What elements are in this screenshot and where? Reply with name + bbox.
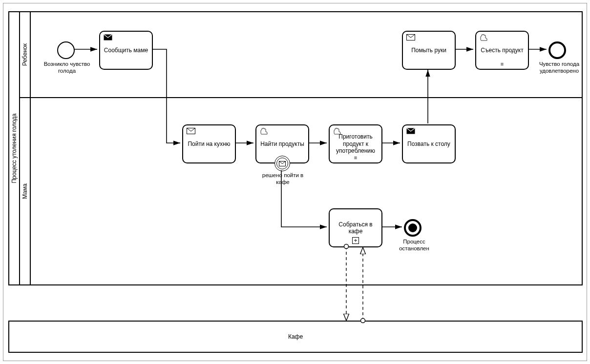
task-wash-hands[interactable]: Помыть руки bbox=[402, 31, 456, 70]
lane-child: Ребенок Возникло чувство голода Сообщить… bbox=[20, 12, 582, 98]
task-eat-product-label: Съесть продукт bbox=[481, 47, 523, 54]
end-event[interactable] bbox=[548, 41, 566, 59]
start-event[interactable] bbox=[57, 41, 75, 59]
start-event-label: Возникло чувство голода bbox=[43, 61, 90, 75]
lane-mom: Мама Пойти на кухню Найти продукты bbox=[20, 98, 582, 284]
task-go-kitchen-label: Пойти на кухню bbox=[188, 141, 230, 147]
task-wash-hands-label: Помыть руки bbox=[411, 47, 446, 54]
terminate-end-event[interactable] bbox=[404, 219, 421, 237]
hand-icon bbox=[480, 34, 488, 41]
task-eat-product[interactable]: Съесть продукт ≡ bbox=[475, 31, 529, 70]
task-tell-mom[interactable]: Сообщить маме bbox=[99, 31, 153, 70]
boundary-message-event[interactable] bbox=[274, 156, 290, 171]
task-prepare-product-label: Приготовить продукт к употреблению bbox=[333, 133, 379, 154]
end-event-label: Чувство голода удовлетворено bbox=[534, 61, 585, 75]
lane-mom-label: Мама bbox=[21, 183, 28, 199]
lane-child-label: Ребенок bbox=[21, 43, 28, 66]
task-gather-cafe[interactable]: Собраться в кафе + bbox=[329, 208, 382, 247]
envelope-open-icon bbox=[406, 34, 415, 41]
envelope-filled-icon bbox=[406, 128, 415, 135]
subprocess-plus-icon: + bbox=[352, 237, 359, 244]
parallel-marker-icon: ≡ bbox=[354, 155, 357, 161]
task-find-products-label: Найти продукты bbox=[260, 141, 304, 147]
lane-child-header: Ребенок bbox=[20, 12, 31, 97]
pool-main: Процесс утоления голода Ребенок Возникло… bbox=[8, 11, 583, 285]
boundary-event-label: решено пойти в кафе bbox=[256, 172, 309, 186]
task-go-kitchen[interactable]: Пойти на кухню bbox=[182, 124, 236, 163]
envelope-filled-icon bbox=[104, 34, 112, 41]
diagram-canvas: Процесс утоления голода Ребенок Возникло… bbox=[3, 3, 587, 361]
pool-cafe-label: Кафе bbox=[288, 333, 303, 340]
parallel-marker-icon: ≡ bbox=[501, 61, 504, 67]
terminate-end-label: Процесс остановлен bbox=[393, 239, 435, 252]
task-call-to-table[interactable]: Позвать к столу bbox=[402, 124, 456, 163]
envelope-open-icon bbox=[187, 128, 195, 135]
task-call-to-table-label: Позвать к столу bbox=[407, 141, 450, 147]
pool-cafe: Кафе bbox=[8, 321, 583, 353]
task-prepare-product[interactable]: Приготовить продукт к употреблению ≡ bbox=[329, 124, 382, 163]
hand-icon bbox=[260, 128, 269, 135]
pool-title: Процесс утоления голода bbox=[11, 113, 18, 183]
pool-header: Процесс утоления голода bbox=[9, 12, 20, 284]
hand-icon bbox=[333, 128, 342, 135]
lane-mom-header: Мама bbox=[20, 98, 31, 284]
task-gather-cafe-label: Собраться в кафе bbox=[333, 221, 379, 235]
task-tell-mom-label: Сообщить маме bbox=[104, 47, 148, 54]
